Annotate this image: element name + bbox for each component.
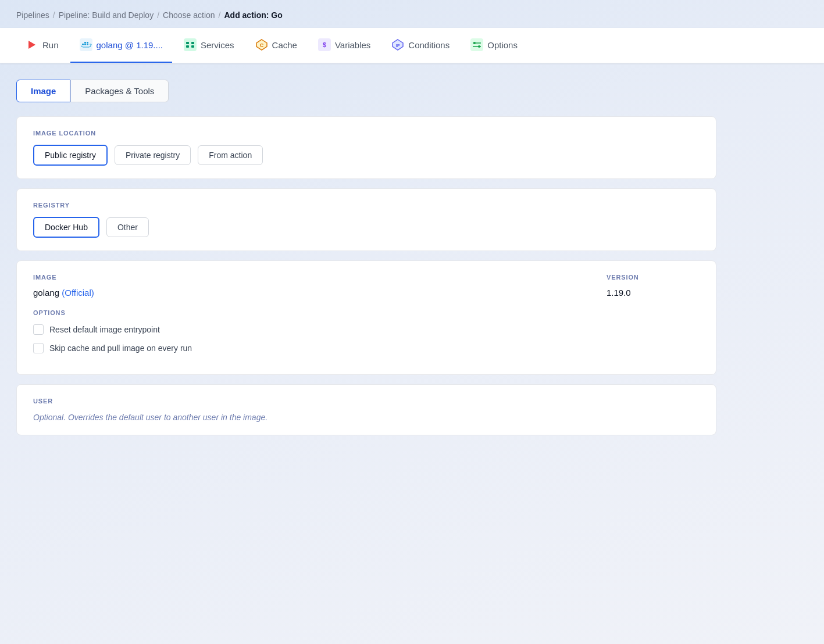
image-official-badge: (Official): [62, 288, 94, 298]
breadcrumb: Pipelines / Pipeline: Build and Deploy /…: [0, 0, 824, 28]
svg-text:IF: IF: [396, 43, 400, 48]
image-version-card: IMAGE golang (Official) VERSION 1.19.0 O…: [16, 260, 716, 375]
svg-rect-7: [186, 42, 189, 44]
svg-rect-10: [191, 45, 194, 48]
tab-bar: Run golang @ 1.19....: [0, 28, 824, 63]
options-section: OPTIONS Reset default image entrypoint S…: [33, 309, 700, 353]
sub-tab-image[interactable]: Image: [16, 80, 70, 102]
svg-rect-2: [84, 44, 86, 45]
registry-label: REGISTRY: [33, 202, 700, 209]
svg-rect-9: [186, 45, 189, 48]
version-value: 1.19.0: [607, 288, 700, 298]
tab-run[interactable]: Run: [16, 28, 68, 63]
breadcrumb-choose-action[interactable]: Choose action: [163, 10, 215, 20]
image-name-value: golang (Official): [33, 288, 593, 298]
checkbox-reset-entrypoint[interactable]: Reset default image entrypoint: [33, 324, 700, 335]
breadcrumb-pipelines[interactable]: Pipelines: [16, 10, 49, 20]
option-other[interactable]: Other: [106, 217, 149, 237]
checkbox-skip-cache-box[interactable]: [33, 343, 44, 353]
sub-tab-packages[interactable]: Packages & Tools: [70, 80, 169, 102]
services-icon: [184, 38, 197, 51]
breadcrumb-sep-2: /: [157, 10, 159, 20]
user-hint: Optional. Overrides the default user to …: [33, 413, 700, 422]
image-location-card: IMAGE LOCATION Public registry Private r…: [16, 116, 716, 179]
image-location-options: Public registry Private registry From ac…: [33, 145, 700, 166]
version-col: VERSION 1.19.0: [607, 274, 700, 298]
svg-rect-6: [184, 38, 197, 51]
conditions-icon: IF: [391, 38, 404, 51]
image-col: IMAGE golang (Official): [33, 274, 593, 298]
tab-conditions[interactable]: IF Conditions: [382, 28, 459, 63]
registry-options: Docker Hub Other: [33, 217, 700, 238]
image-location-label: IMAGE LOCATION: [33, 130, 700, 137]
breadcrumb-sep-1: /: [53, 10, 55, 20]
tab-variables[interactable]: $ Variables: [309, 28, 380, 63]
tab-golang[interactable]: golang @ 1.19....: [70, 28, 172, 63]
svg-rect-5: [87, 42, 88, 44]
svg-rect-1: [82, 44, 84, 45]
user-label: USER: [33, 398, 700, 405]
docker-icon: [80, 38, 92, 51]
svg-rect-4: [84, 42, 86, 44]
checkbox-reset-entrypoint-box[interactable]: [33, 324, 44, 335]
image-version-row: IMAGE golang (Official) VERSION 1.19.0: [33, 274, 700, 298]
run-icon: [26, 38, 38, 51]
main-content: Image Packages & Tools IMAGE LOCATION Pu…: [0, 63, 733, 461]
breadcrumb-current: Add action: Go: [224, 10, 282, 20]
image-field-label: IMAGE: [33, 274, 593, 281]
option-public-registry[interactable]: Public registry: [33, 145, 108, 166]
options-label: OPTIONS: [33, 309, 700, 316]
breadcrumb-pipeline[interactable]: Pipeline: Build and Deploy: [59, 10, 154, 20]
version-field-label: VERSION: [607, 274, 700, 281]
options-icon: [470, 38, 483, 51]
cache-icon: C: [255, 38, 268, 51]
svg-text:C: C: [259, 42, 263, 48]
option-private-registry[interactable]: Private registry: [115, 145, 191, 165]
option-from-action[interactable]: From action: [198, 145, 263, 165]
variables-icon: $: [318, 38, 331, 51]
breadcrumb-sep-3: /: [219, 10, 221, 20]
user-card: USER Optional. Overrides the default use…: [16, 384, 716, 435]
sub-tab-bar: Image Packages & Tools: [16, 80, 716, 102]
option-docker-hub[interactable]: Docker Hub: [33, 217, 99, 238]
tab-cache[interactable]: C Cache: [246, 28, 306, 63]
tab-options[interactable]: Options: [461, 28, 527, 63]
tab-services[interactable]: Services: [174, 28, 244, 63]
svg-rect-3: [87, 44, 88, 45]
svg-text:$: $: [323, 41, 326, 48]
checkbox-skip-cache[interactable]: Skip cache and pull image on every run: [33, 343, 700, 353]
svg-rect-17: [470, 38, 483, 51]
registry-card: REGISTRY Docker Hub Other: [16, 188, 716, 251]
svg-rect-8: [191, 42, 194, 44]
